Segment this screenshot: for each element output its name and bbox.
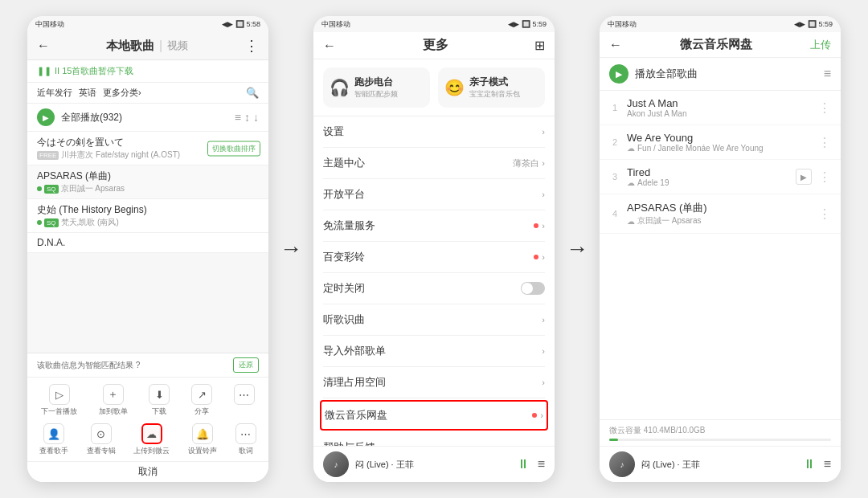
cloud-name-2: We Are Young [627, 132, 812, 144]
action-label-singer: 查看歌手 [39, 446, 68, 456]
more-cloud-2[interactable]: ⋮ [818, 135, 831, 150]
storage-fill [609, 439, 618, 441]
list-icon[interactable]: ≡ [824, 67, 831, 81]
badge-1: FREE [37, 151, 59, 160]
fc-sub-run: 智能匹配步频 [354, 89, 398, 100]
song-item-3[interactable]: 史始 (The History Begins) SQ 梵天,凯歌 (南风) [27, 199, 268, 233]
action-label-ringtone: 设置铃声 [188, 446, 217, 456]
song-meta-2: SQ 京田誠一 Apsaras [37, 183, 259, 194]
main-container: 中国移动 ◀▶ 🔲 5:58 ← 本地歌曲 | 视频 ⋮ ❚❚ II 15首歌曲… [0, 0, 868, 498]
menu-item-flow[interactable]: 免流量服务 › [323, 210, 545, 242]
action-share[interactable]: ↗ 分享 [191, 384, 212, 417]
action-next[interactable]: ▷ 下一首播放 [41, 384, 77, 417]
cloud-song-3[interactable]: 3 Tired ☁ Adele 19 ▶ ⋮ [600, 160, 841, 194]
pause-btn-3[interactable]: ⏸ [803, 457, 816, 471]
action-singer[interactable]: 👤 查看歌手 [39, 423, 68, 456]
carrier-3: 中国移动 [608, 19, 637, 30]
sort-icon-2[interactable]: ↕ [244, 111, 250, 124]
filter-lang[interactable]: 英语 [79, 87, 96, 99]
more-icon: ⋯ [234, 384, 255, 405]
switch-btn-1[interactable]: 切换歌曲排序 [207, 141, 260, 156]
more-cloud-4[interactable]: ⋮ [818, 206, 831, 222]
playlist-btn-2[interactable]: ≡ [538, 457, 545, 471]
back-btn-1[interactable]: ← [37, 39, 50, 53]
now-playing-2: ♪ 闷 (Live) · 王菲 ⏸ ≡ [313, 446, 555, 482]
cloud-info-2: We Are Young ☁ Fun / Janelle Monáe We Ar… [627, 132, 812, 153]
play-all-cloud[interactable]: ▶ 播放全部歌曲 ≡ [600, 58, 841, 91]
fc-text-run: 跑步电台 智能匹配步频 [354, 76, 398, 100]
status-icons-2: ◀▶ 🔲 5:59 [508, 20, 547, 28]
menu-item-theme[interactable]: 主题中心 薄茶白 › [323, 148, 545, 179]
play-all-btn[interactable]: ▶ [37, 108, 55, 126]
action-more-p1[interactable]: ⋯ [234, 384, 255, 417]
action-ringtone[interactable]: 🔔 设置铃声 [188, 423, 217, 456]
menu-item-cloud[interactable]: 微云音乐网盘 › [320, 400, 548, 431]
singer-icon: 👤 [43, 423, 64, 444]
back-btn-3[interactable]: ← [609, 38, 622, 52]
menu-item-ringtone[interactable]: 百变彩铃 › [323, 242, 545, 273]
menu-right-settings: › [542, 127, 545, 137]
timer-toggle[interactable] [521, 282, 545, 295]
playlist-btn-3[interactable]: ≡ [824, 457, 831, 471]
sort-icon-1[interactable]: ≡ [235, 111, 241, 124]
more-cloud-3[interactable]: ⋮ [818, 169, 831, 185]
cloud-song-4[interactable]: 4 APSARAS (单曲) ☁ 京田誠一 Apsaras ⋮ [600, 194, 841, 234]
feature-card-kids[interactable]: 😊 亲子模式 宝宝定制音乐包 [438, 67, 545, 108]
dot-3 [37, 220, 42, 225]
menu-label-open: 开放平台 [323, 187, 365, 202]
menu-label-identify: 听歌识曲 [323, 312, 365, 327]
more-cloud-1[interactable]: ⋮ [818, 100, 831, 116]
menu-item-help[interactable]: 帮助与反馈 › [323, 432, 545, 446]
filter-more[interactable]: 更多分类› [103, 87, 141, 99]
menu-item-timer[interactable]: 定时关闭 [323, 273, 545, 304]
page-title-1: 本地歌曲 [106, 39, 154, 54]
action-download[interactable]: ⬇ 下载 [149, 384, 170, 417]
song-name-2: APSARAS (单曲) [37, 169, 259, 183]
status-icons-3: ◀▶ 🔲 5:59 [794, 20, 833, 28]
arrow-1: → [280, 236, 302, 262]
menu-item-identify[interactable]: 听歌识曲 › [323, 304, 545, 336]
action-album[interactable]: ⊙ 查看专辑 [87, 423, 116, 456]
cloud-upload-icon: ☁ [141, 423, 162, 444]
menu-item-open[interactable]: 开放平台 › [323, 179, 545, 210]
filter-year[interactable]: 近年发行 [37, 87, 72, 99]
status-bar-2: 中国移动 ◀▶ 🔲 5:59 [313, 16, 555, 32]
menu-label-cloud: 微云音乐网盘 [325, 408, 387, 422]
play-all-row[interactable]: ▶ 全部播放(932) ≡ ↕ ↓ [27, 104, 268, 132]
arrow-2: → [566, 236, 588, 262]
song-item-1[interactable]: 今はその剣を置いて FREE 川井憲次 Fate/stay night (A.O… [27, 132, 268, 165]
song-item-2[interactable]: APSARAS (单曲) SQ 京田誠一 Apsaras [27, 165, 268, 199]
pause-btn-2[interactable]: ⏸ [517, 457, 530, 471]
header-sub-1[interactable]: 视频 [167, 39, 188, 53]
carrier-1: 中国移动 [35, 19, 64, 30]
play-small-3[interactable]: ▶ [796, 169, 812, 185]
action-upload-cloud[interactable]: ☁ 上传到微云 [133, 423, 170, 456]
menu-item-settings[interactable]: 设置 › [323, 116, 545, 148]
body-1: ❚❚ II 15首歌曲暂停下载 近年发行 英语 更多分类› 🔍 ▶ 全部播放(9… [27, 60, 268, 353]
cloud-song-1[interactable]: 1 Just A Man Akon Just A Man ⋮ [600, 91, 841, 125]
body-2: 🎧 跑步电台 智能匹配步频 😊 亲子模式 宝宝定制音乐包 [313, 59, 555, 446]
action-label-share: 分享 [194, 406, 209, 417]
cloud-name-1: Just A Man [627, 97, 812, 109]
action-label-next: 下一首播放 [41, 406, 77, 417]
cancel-row[interactable]: 取消 [27, 461, 268, 482]
grid-icon[interactable]: ⊞ [534, 38, 545, 53]
cloud-num-3: 3 [609, 172, 620, 182]
cloud-song-2[interactable]: 2 We Are Young ☁ Fun / Janelle Monáe We … [600, 125, 841, 160]
action-add[interactable]: ＋ 加到歌单 [99, 384, 128, 417]
more-btn-1[interactable]: ⋮ [244, 37, 259, 55]
upload-btn[interactable]: 上传 [810, 38, 831, 52]
menu-right-flow: › [534, 221, 545, 231]
cloud-name-4: APSARAS (单曲) [627, 201, 812, 215]
sort-icon-3[interactable]: ↓ [253, 111, 259, 124]
menu-item-import[interactable]: 导入外部歌单 › [323, 336, 545, 367]
search-icon[interactable]: 🔍 [246, 87, 259, 99]
song-item-4[interactable]: D.N.A. [27, 233, 268, 253]
menu-label-theme: 主题中心 [323, 156, 365, 170]
action-lyrics[interactable]: ⋯ 歌词 [235, 423, 256, 456]
restore-btn[interactable]: 还原 [233, 357, 259, 373]
menu-item-clean[interactable]: 清理占用空间 › [323, 367, 545, 398]
back-btn-2[interactable]: ← [323, 39, 336, 53]
feature-card-run[interactable]: 🎧 跑步电台 智能匹配步频 [323, 67, 430, 108]
phone-2: 中国移动 ◀▶ 🔲 5:59 ← 更多 ⊞ 🎧 跑步电台 智能匹配步频 😊 [313, 16, 555, 482]
